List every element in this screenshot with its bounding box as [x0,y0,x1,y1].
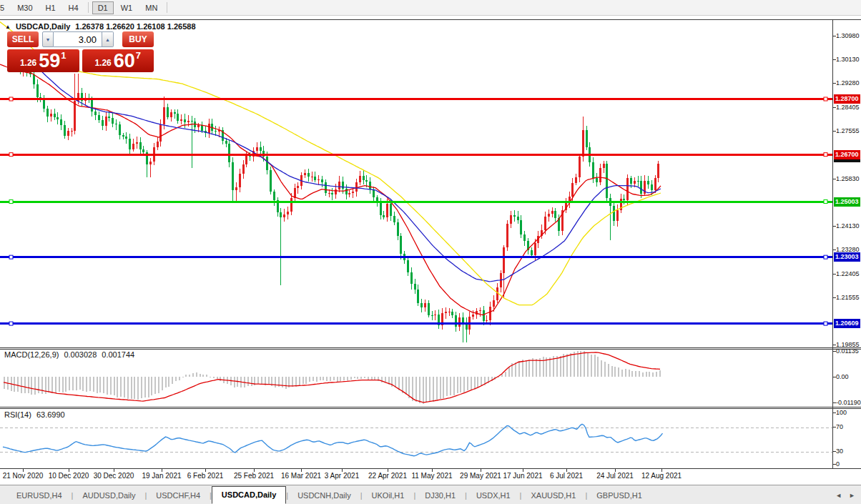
buy-price-base: 1.26 [94,58,111,68]
tab-usdcad-daily[interactable]: USDCAD,Daily [212,486,286,504]
sell-price-main: 59 [39,51,60,71]
date-axis-label: 30 Dec 2020 [94,472,134,480]
date-axis-label: 6 Feb 2021 [187,472,224,480]
sell-price-base: 1.26 [20,58,36,68]
price-axis-label: 1.28405 [836,104,860,111]
chart-ohlc-values: 1.26378 1.26620 1.26108 1.26588 [75,22,195,31]
macd-indicator-label: MACD(12,26,9) 0.003028 0.001744 [4,350,134,359]
chart-graphics [0,0,861,504]
sell-price-panel[interactable]: 1.26 59 1 [7,49,79,72]
tab-dj30-h1[interactable]: DJ30,H1 [415,488,465,504]
date-axis-label: 6 Jul 2021 [550,472,583,480]
price-axis-label: 1.29280 [836,79,860,87]
date-axis-label: 19 Jan 2021 [142,472,181,480]
buy-price-sup: 7 [136,50,141,61]
price-level-tag: 1.25003 [834,197,860,207]
timeframe-button-H4[interactable]: H4 [63,1,84,14]
price-axis-label: 1.27555 [836,127,860,134]
chart-symbol-label: USDCAD,Daily [16,22,70,31]
date-axis-label: 24 Jul 2021 [596,472,634,480]
macd-axis-label: 0.01135 [836,347,859,355]
tab-audusd-daily[interactable]: AUDUSD,Daily [73,488,144,504]
rsi-name: RSI(14) [4,410,31,419]
mt4-terminal: 5M30H1H4D1W1MN ▲ USDCAD,Daily 1.26378 1.… [0,0,861,504]
timeframe-button-H1[interactable]: H1 [40,1,62,14]
tab-usdcnh-daily[interactable]: USDCNH,Daily [288,488,360,504]
timeframe-button-MN[interactable]: MN [139,1,163,14]
price-level-tag: 1.20609 [834,319,860,328]
tab-usdx-h1[interactable]: USDX,H1 [467,488,520,504]
date-axis-label: 17 Jun 2021 [503,472,542,480]
macd-name: MACD(12,26,9) [4,350,59,359]
rsi-indicator-label: RSI(14) 63.6990 [4,410,65,419]
tab-gbpusd-h1[interactable]: GBPUSD,H1 [587,488,651,504]
timeframe-button-W1[interactable]: W1 [115,1,139,14]
scroll-left-icon[interactable]: ◄ [835,492,842,499]
macd-value-main: 0.003028 [64,350,97,359]
toolbar-separator [167,2,167,13]
collapse-arrow-icon[interactable]: ▲ [5,24,11,30]
symbol-tab-bar: EURUSD,H4|AUDUSD,Daily|USDCHF,H4|USDCAD,… [0,485,861,504]
rsi-axis-label: 0 [836,460,840,468]
price-axis-label: 1.30130 [836,56,860,63]
timeframe-button-D1[interactable]: D1 [92,1,114,14]
date-axis-label: 29 May 2021 [460,472,501,480]
date-axis-label: 10 Dec 2020 [49,472,89,480]
price-axis-label: 1.30980 [836,32,860,39]
rsi-axis-label: 70 [836,423,843,430]
rsi-axis-label: 30 [836,448,843,455]
one-click-trading-panel: SELL ▼ ▲ BUY 1.26 59 1 1.26 60 7 [7,31,154,72]
macd-axis-label: 0.00 [836,373,849,380]
price-axis-label: 1.22405 [836,270,860,277]
buy-price-panel[interactable]: 1.26 60 7 [82,49,154,72]
volume-input[interactable] [54,31,102,47]
volume-decrease-button[interactable]: ▼ [42,31,54,47]
tab-usdchf-h4[interactable]: USDCHF,H4 [147,488,210,504]
date-axis-label: 21 Nov 2020 [3,472,44,480]
price-level-tag: 1.26700 [834,150,860,159]
chevron-down-icon: ▼ [46,37,51,42]
macd-value-signal: 0.001744 [102,350,134,359]
price-axis-label: 1.25830 [836,175,860,182]
price-level-tag: 1.23003 [834,252,860,262]
rsi-value: 63.6990 [36,410,65,419]
timeframe-toolbar: 5M30H1H4D1W1MN [0,0,861,16]
buy-button[interactable]: BUY [122,31,154,47]
volume-increase-button[interactable]: ▲ [102,31,114,47]
scroll-right-icon[interactable]: ► [849,492,855,499]
macd-axis-label: -0.01190 [836,399,861,406]
price-axis-label: 1.21555 [836,294,860,301]
date-axis-label: 22 Apr 2021 [368,472,407,480]
date-axis-label: 16 Mar 2021 [281,472,321,480]
chevron-up-icon: ▲ [105,37,110,42]
sell-price-sup: 1 [61,50,66,61]
tab-eurusd-h4[interactable]: EURUSD,H4 [7,488,72,504]
tab-scroll-arrows: ◄ ► [835,492,855,499]
tab-ukoil-h1[interactable]: UKOil,H1 [363,488,414,504]
price-level-tag: 1.28700 [834,94,860,104]
chart-title: ▲ USDCAD,Daily 1.26378 1.26620 1.26108 1… [5,22,196,31]
timeframe-button-5[interactable]: 5 [0,1,10,14]
date-axis-label: 12 Aug 2021 [641,472,682,480]
tab-xauusd-h1[interactable]: XAUUSD,H1 [521,488,585,504]
date-axis-label: 3 Apr 2021 [325,472,359,480]
timeframe-button-M30[interactable]: M30 [11,1,38,14]
date-axis-label: 11 May 2021 [411,472,452,480]
sell-button[interactable]: SELL [7,31,39,47]
price-axis-label: 1.24130 [836,222,860,229]
date-axis-label: 25 Feb 2021 [234,472,274,480]
toolbar-separator [88,2,89,13]
rsi-axis-label: 100 [836,409,847,416]
buy-price-main: 60 [114,51,135,71]
